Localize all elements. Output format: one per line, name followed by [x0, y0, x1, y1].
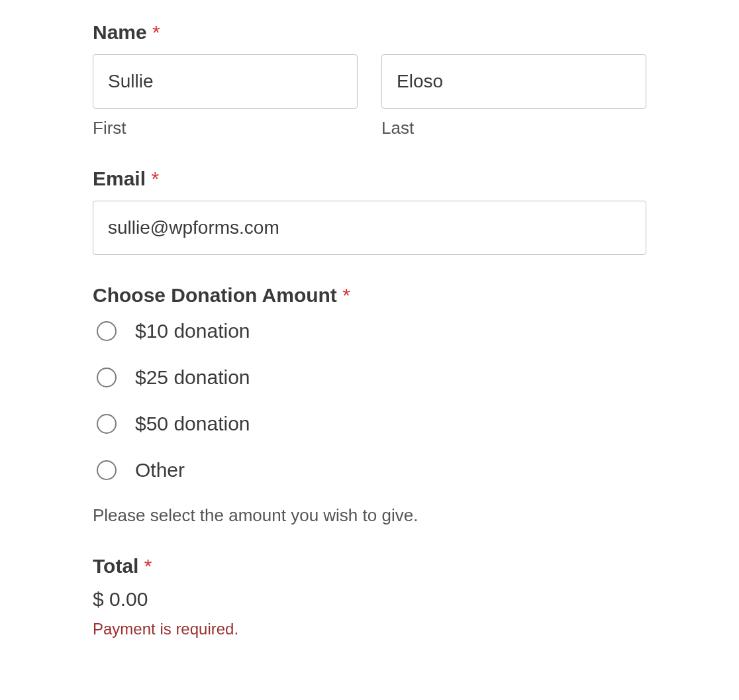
donation-option-25[interactable]: $25 donation [93, 366, 646, 389]
donation-radio-list: $10 donation $25 donation $50 donation O… [93, 320, 646, 481]
total-label: Total * [93, 555, 646, 577]
last-name-input[interactable] [381, 54, 646, 109]
total-error-text: Payment is required. [93, 620, 646, 638]
radio-icon[interactable] [97, 321, 117, 341]
name-label: Name * [93, 21, 646, 44]
name-row: First Last [93, 54, 646, 138]
donation-help-text: Please select the amount you wish to giv… [93, 505, 646, 526]
email-label-text: Email [93, 168, 146, 189]
first-name-col: First [93, 54, 358, 138]
required-mark: * [151, 168, 159, 189]
donation-option-label: $10 donation [135, 320, 250, 342]
radio-icon[interactable] [97, 460, 117, 480]
donation-option-other[interactable]: Other [93, 459, 646, 481]
radio-icon[interactable] [97, 368, 117, 387]
donation-option-label: $50 donation [135, 413, 250, 435]
total-label-text: Total [93, 555, 138, 577]
total-value: $ 0.00 [93, 588, 646, 611]
total-field-group: Total * $ 0.00 Payment is required. [93, 555, 646, 638]
donation-field-group: Choose Donation Amount * $10 donation $2… [93, 284, 646, 526]
last-name-col: Last [381, 54, 646, 138]
required-mark: * [144, 555, 152, 577]
required-mark: * [152, 21, 160, 43]
donation-option-label: $25 donation [135, 366, 250, 389]
email-field-group: Email * [93, 168, 646, 255]
first-name-sublabel: First [93, 118, 358, 138]
email-label: Email * [93, 168, 646, 190]
last-name-sublabel: Last [381, 118, 646, 138]
donation-option-50[interactable]: $50 donation [93, 413, 646, 435]
radio-icon[interactable] [97, 414, 117, 434]
name-field-group: Name * First Last [93, 21, 646, 138]
donation-label: Choose Donation Amount * [93, 284, 646, 307]
donation-label-text: Choose Donation Amount [93, 284, 337, 306]
donation-option-label: Other [135, 459, 185, 481]
donation-option-10[interactable]: $10 donation [93, 320, 646, 342]
first-name-input[interactable] [93, 54, 358, 109]
email-input[interactable] [93, 201, 646, 255]
required-mark: * [342, 284, 350, 306]
name-label-text: Name [93, 21, 147, 43]
